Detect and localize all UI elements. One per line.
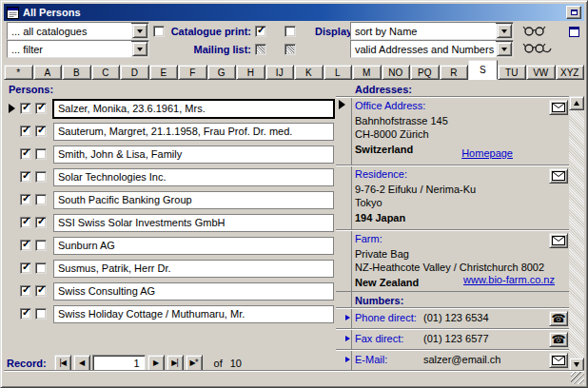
- record-number-input[interactable]: [92, 355, 146, 372]
- residence-label[interactable]: Residence:: [355, 168, 407, 180]
- person-checkbox-2[interactable]: [35, 103, 47, 114]
- fax-direct-row: Fax direct: (01) 123 6577 ☎: [336, 328, 570, 349]
- mailing-aux-checkbox[interactable]: [284, 44, 296, 55]
- sort-combobox-dropdown[interactable]: [497, 24, 512, 38]
- tab-s-active[interactable]: S: [468, 60, 498, 80]
- person-name-field[interactable]: Swiss Consulting AG: [53, 282, 334, 301]
- homepage-link[interactable]: Homepage: [461, 147, 513, 159]
- addresses-header: Addresses:: [355, 84, 412, 95]
- layout-view-button[interactable]: [566, 24, 581, 39]
- farm-label[interactable]: Farm:: [355, 233, 382, 244]
- phone-dial-button[interactable]: ☎: [549, 311, 568, 326]
- person-checkbox-2[interactable]: [35, 194, 47, 205]
- tab-pq[interactable]: PQ: [410, 65, 440, 80]
- first-record-button[interactable]: |◀: [54, 355, 71, 372]
- tab-f[interactable]: F: [178, 65, 207, 80]
- person-checkbox-1[interactable]: [20, 217, 31, 228]
- phone-icon: ☎: [552, 313, 566, 324]
- person-name-field[interactable]: South Pacific Banking Group: [53, 191, 334, 209]
- send-email-button[interactable]: [549, 353, 568, 368]
- glasses-curve-icon: [522, 42, 552, 57]
- person-name-field[interactable]: Susmus, Patrik, Herr Dr.: [53, 260, 334, 278]
- filter-combobox[interactable]: ... filter: [7, 40, 149, 58]
- person-checkbox-1[interactable]: [20, 126, 31, 137]
- email-row: E-Mail: salzer@email.ch: [336, 349, 570, 370]
- office-mail-button[interactable]: [549, 100, 568, 115]
- valid-combobox[interactable]: valid Addresses and Numbers: [350, 40, 514, 58]
- fax-direct-label[interactable]: Fax direct:: [355, 333, 403, 344]
- person-name-field[interactable]: SSI Swiss Solar Investments GmbH: [53, 214, 334, 232]
- email-label[interactable]: E-Mail:: [355, 354, 387, 365]
- resize-grip[interactable]: [571, 372, 584, 384]
- address-line: NZ-Heathcote Valley / Christchurch 8002: [355, 262, 544, 273]
- fax-dial-button[interactable]: ☎: [549, 332, 568, 347]
- sort-combobox-value: sort by Name: [351, 23, 496, 39]
- person-checkbox-2[interactable]: [35, 285, 47, 297]
- envelope-icon: [552, 103, 565, 112]
- address-line: 9-76-2 Eifuku / Nerima-Ku: [355, 184, 476, 195]
- tab-a[interactable]: A: [33, 65, 63, 80]
- person-checkbox-1[interactable]: [20, 194, 31, 205]
- person-checkbox-2[interactable]: [35, 240, 47, 251]
- website-link[interactable]: www.bio-farm.co.nz: [463, 274, 555, 285]
- valid-combobox-dropdown[interactable]: [497, 42, 512, 56]
- person-checkbox-2[interactable]: [35, 148, 47, 160]
- next-record-button[interactable]: ▶: [147, 355, 165, 372]
- person-checkbox-2[interactable]: [35, 171, 47, 183]
- address-scrollbar[interactable]: [569, 96, 584, 372]
- tab-l[interactable]: L: [323, 65, 353, 80]
- catalogues-combobox-dropdown[interactable]: [132, 24, 147, 38]
- person-checkbox-1[interactable]: [20, 171, 31, 183]
- phone-direct-label[interactable]: Phone direct:: [355, 312, 417, 323]
- person-checkbox-2[interactable]: [35, 262, 47, 274]
- catalogue-print-checkbox[interactable]: [255, 26, 266, 37]
- tab-r[interactable]: R: [440, 65, 469, 80]
- tab-xyz[interactable]: XYZ: [556, 65, 585, 80]
- person-name-field[interactable]: Swiss Holiday Cottage / Muthumaru, Mr.: [53, 305, 334, 323]
- tab-h[interactable]: H: [236, 65, 265, 80]
- mailing-list-checkbox[interactable]: [255, 44, 266, 55]
- tab-k[interactable]: K: [294, 65, 323, 80]
- maximize-button[interactable]: [566, 6, 581, 19]
- filter-combobox-dropdown[interactable]: [132, 42, 147, 56]
- tab-d[interactable]: D: [120, 65, 149, 80]
- find-button[interactable]: [520, 25, 547, 38]
- person-name-field[interactable]: Sunburn AG: [53, 237, 334, 255]
- person-checkbox-1[interactable]: [20, 240, 31, 251]
- tab-m[interactable]: M: [352, 65, 382, 80]
- tab-b[interactable]: B: [62, 65, 91, 80]
- person-checkbox-2[interactable]: [35, 308, 47, 320]
- person-checkbox-1[interactable]: [20, 308, 31, 320]
- tab-star[interactable]: *: [4, 65, 33, 80]
- tab-g[interactable]: G: [207, 65, 237, 80]
- last-record-button[interactable]: ▶|: [167, 355, 184, 372]
- tab-no[interactable]: NO: [382, 65, 411, 80]
- person-checkbox-1[interactable]: [20, 262, 31, 274]
- new-record-icon: ▶*: [189, 359, 197, 367]
- scroll-up-button[interactable]: [569, 96, 584, 110]
- tab-vw[interactable]: VW: [526, 65, 556, 80]
- person-name-field[interactable]: Salzer, Monika, 23.6.1961, Mrs.: [53, 100, 334, 118]
- sort-combobox[interactable]: sort by Name: [350, 22, 514, 40]
- catalogues-combobox[interactable]: ... all catalogues: [7, 22, 149, 40]
- tab-c[interactable]: C: [91, 65, 121, 80]
- title-bar[interactable]: All Persons: [4, 4, 584, 21]
- person-checkbox-2[interactable]: [35, 217, 47, 228]
- office-address-label[interactable]: Office Address:: [355, 100, 425, 111]
- person-checkbox-2[interactable]: [35, 126, 47, 137]
- find-again-button[interactable]: [520, 43, 553, 56]
- previous-record-button[interactable]: ◀: [73, 355, 90, 372]
- person-name-field[interactable]: Smith, John & Lisa, Family: [53, 146, 334, 164]
- tab-tu[interactable]: TU: [498, 65, 527, 80]
- person-checkbox-1[interactable]: [20, 285, 31, 297]
- tab-ij[interactable]: IJ: [265, 65, 295, 80]
- farm-mail-button[interactable]: [549, 233, 568, 248]
- person-name-field[interactable]: Solar Technologies Inc.: [53, 168, 334, 186]
- person-checkbox-1[interactable]: [20, 148, 31, 160]
- person-name-field[interactable]: Sauterum, Margret, 21.1.1958, Frau Prof.…: [53, 123, 334, 141]
- print-aux-checkbox[interactable]: [284, 26, 296, 37]
- tab-e[interactable]: E: [149, 65, 179, 80]
- person-checkbox-1[interactable]: [20, 103, 31, 114]
- residence-mail-button[interactable]: [549, 168, 568, 184]
- new-record-button[interactable]: ▶*: [186, 355, 203, 372]
